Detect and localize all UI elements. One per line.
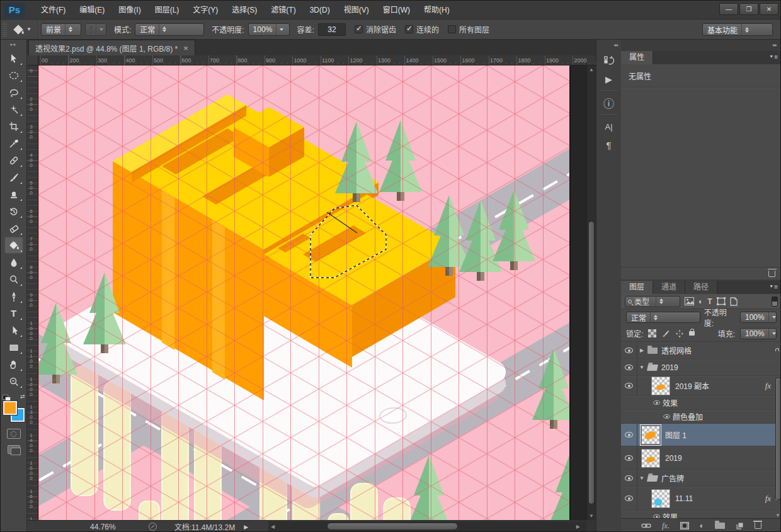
lock-all-icon[interactable] bbox=[689, 331, 695, 336]
layer-row[interactable]: 图层 1 bbox=[621, 424, 781, 446]
layer-name[interactable]: 11.11 bbox=[675, 494, 693, 503]
move-tool[interactable] bbox=[4, 50, 23, 67]
visibility-toggle[interactable] bbox=[621, 342, 637, 359]
effect-row[interactable]: 颜色叠加 bbox=[621, 410, 781, 424]
close-document-icon[interactable]: × bbox=[183, 43, 188, 53]
workspace-select[interactable]: 基本功能 bbox=[702, 23, 773, 36]
horizontal-scrollbar[interactable]: ◀ ▶ bbox=[268, 521, 586, 532]
anti-alias-checkbox[interactable] bbox=[355, 25, 363, 33]
eraser-tool[interactable] bbox=[4, 220, 23, 237]
filter-type-select[interactable]: 类型 bbox=[625, 296, 680, 307]
default-colors-icon[interactable] bbox=[3, 395, 8, 400]
layer-name[interactable]: 2019 bbox=[661, 363, 678, 372]
visibility-toggle[interactable] bbox=[621, 424, 637, 446]
menu-item[interactable]: 帮助(H) bbox=[417, 1, 457, 20]
close-button[interactable]: ✕ bbox=[760, 3, 778, 15]
dodge-tool[interactable] bbox=[4, 271, 23, 288]
layer-thumbnail[interactable] bbox=[641, 426, 660, 444]
tab-layers[interactable]: 图层 bbox=[621, 281, 653, 294]
rectangle-tool[interactable] bbox=[4, 339, 23, 356]
layer-row-group[interactable]: ▼ 2019 bbox=[621, 359, 781, 376]
swap-colors-icon[interactable]: ⇄ bbox=[20, 393, 25, 400]
toolbar-collapse-icon[interactable]: ▸▸ bbox=[1, 40, 26, 50]
magic-wand-tool[interactable] bbox=[4, 101, 23, 118]
layer-opacity-select[interactable]: 100% bbox=[740, 312, 777, 323]
paragraph-panel-icon[interactable]: ¶ bbox=[599, 137, 619, 154]
foreground-color-swatch[interactable] bbox=[3, 401, 17, 415]
clone-stamp-tool[interactable] bbox=[4, 186, 23, 203]
tolerance-input[interactable]: 32 bbox=[318, 23, 346, 36]
horizontal-ruler[interactable]: 0020030040050060070080090010001100120013… bbox=[38, 55, 596, 65]
new-group-icon[interactable] bbox=[715, 523, 725, 529]
layer-row[interactable]: 11.11 fx ▲ bbox=[621, 487, 781, 511]
expand-dock-icon[interactable]: ◂◂ bbox=[596, 40, 621, 51]
menu-item[interactable]: 图像(I) bbox=[111, 1, 147, 20]
expander-icon[interactable]: ▶ bbox=[637, 348, 646, 353]
tab-properties[interactable]: 属性 bbox=[621, 51, 653, 64]
opacity-select[interactable]: 100% bbox=[248, 23, 290, 36]
vertical-scrollbar[interactable]: ▲ ▼ bbox=[586, 65, 596, 520]
character-panel-icon[interactable]: A| bbox=[599, 118, 619, 135]
link-layers-icon[interactable] bbox=[641, 523, 651, 529]
menu-item[interactable]: 选择(S) bbox=[225, 1, 264, 20]
visibility-toggle[interactable] bbox=[621, 376, 637, 395]
delete-layer-icon[interactable] bbox=[755, 523, 761, 529]
healing-brush-tool[interactable] bbox=[4, 152, 23, 169]
hand-tool[interactable] bbox=[4, 356, 23, 373]
mode-select[interactable]: 正常 bbox=[135, 23, 204, 36]
menu-item[interactable]: 滤镜(T) bbox=[264, 1, 302, 20]
history-brush-tool[interactable] bbox=[4, 203, 23, 220]
menu-item[interactable]: 窗口(W) bbox=[376, 1, 417, 20]
fx-badge[interactable]: fx bbox=[765, 381, 771, 391]
tab-channels[interactable]: 通道 bbox=[653, 281, 685, 294]
history-panel-icon[interactable] bbox=[599, 52, 619, 69]
layer-name[interactable]: 广告牌 bbox=[661, 473, 684, 484]
panel-menu-icon[interactable]: ▼≡ bbox=[769, 283, 778, 290]
layers-scroll-thumb[interactable] bbox=[775, 377, 781, 500]
layer-row[interactable]: 2019 副本 fx ▲ bbox=[621, 376, 781, 396]
lock-transparency-icon[interactable] bbox=[648, 329, 656, 337]
layer-fill-select[interactable]: 100% bbox=[740, 328, 777, 339]
vertical-scroll-thumb[interactable] bbox=[588, 221, 595, 504]
document-canvas[interactable] bbox=[38, 65, 569, 520]
visibility-toggle[interactable] bbox=[621, 359, 637, 375]
effects-header-row[interactable]: 效果 bbox=[621, 396, 781, 410]
all-layers-checkbox[interactable] bbox=[448, 25, 456, 33]
status-flyout-icon[interactable]: ▶ bbox=[244, 524, 248, 530]
blur-tool[interactable] bbox=[4, 254, 23, 271]
paint-bucket-tool-preset[interactable]: ▼ bbox=[12, 23, 31, 36]
crop-tool[interactable] bbox=[4, 118, 23, 135]
menu-item[interactable]: 编辑(E) bbox=[72, 1, 111, 20]
menu-item[interactable]: 文件(F) bbox=[34, 1, 72, 20]
visibility-toggle[interactable] bbox=[650, 396, 663, 409]
maximize-button[interactable]: ❐ bbox=[739, 3, 758, 15]
pattern-picker[interactable] bbox=[85, 23, 106, 36]
fill-source-select[interactable]: 前景 bbox=[41, 23, 81, 36]
zoom-level[interactable]: 44.76% bbox=[90, 523, 116, 531]
layer-row-group[interactable]: ▼ 广告牌 bbox=[621, 470, 781, 487]
pen-tool[interactable] bbox=[4, 288, 23, 305]
eyedropper-tool[interactable] bbox=[4, 135, 23, 152]
minimize-button[interactable]: — bbox=[719, 3, 738, 15]
brush-tool[interactable] bbox=[4, 169, 23, 186]
layer-row-group[interactable]: ▶ 透视网格 bbox=[621, 342, 781, 359]
layer-name[interactable]: 2019 bbox=[665, 454, 682, 463]
blend-mode-select[interactable]: 正常 bbox=[626, 312, 700, 323]
new-layer-icon[interactable] bbox=[736, 522, 744, 530]
layer-thumbnail[interactable] bbox=[641, 449, 660, 468]
menu-item[interactable]: 3D(D) bbox=[303, 1, 337, 20]
visibility-toggle[interactable] bbox=[660, 410, 673, 423]
screen-mode-button[interactable] bbox=[8, 445, 20, 454]
horizontal-scroll-thumb[interactable] bbox=[327, 523, 458, 530]
vertical-ruler[interactable]: 0200300400500600700800900100011001200130… bbox=[27, 65, 38, 520]
expander-icon[interactable]: ▼ bbox=[637, 365, 646, 370]
layer-name[interactable]: 2019 副本 bbox=[675, 380, 709, 391]
effect-name[interactable]: 颜色叠加 bbox=[673, 411, 703, 422]
menu-item[interactable]: 视图(V) bbox=[337, 1, 376, 20]
add-layer-style-icon[interactable]: fx. bbox=[662, 521, 670, 531]
filter-shape-layers-icon[interactable] bbox=[717, 297, 726, 305]
filter-adjustment-layers-icon[interactable]: ◐ bbox=[698, 297, 703, 306]
add-layer-mask-icon[interactable] bbox=[680, 522, 689, 529]
tab-paths[interactable]: 路径 bbox=[685, 281, 717, 294]
scroll-down-icon[interactable]: ▼ bbox=[775, 512, 780, 518]
